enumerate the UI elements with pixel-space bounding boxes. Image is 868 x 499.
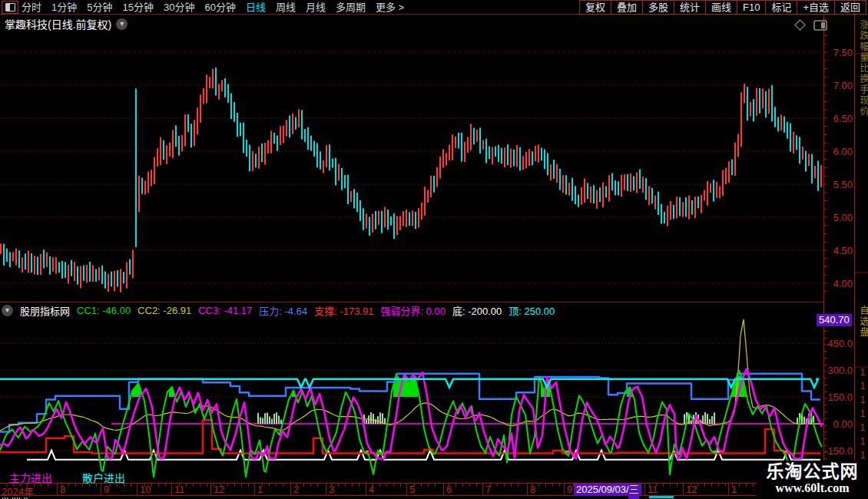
legend-retail: 散户进出 <box>82 470 125 485</box>
period-tab-3[interactable]: 15分钟 <box>122 1 153 14</box>
time-axis-label: 12 <box>686 484 697 495</box>
time-axis-label: 9 <box>567 484 572 495</box>
candlestick-and-indicator-chart[interactable] <box>0 0 868 499</box>
collapse-indicator-icon[interactable]: ▾ <box>2 305 13 316</box>
indicator-field-0: CC1: -46.00 <box>77 305 131 316</box>
price-axis-label: 5.50 <box>823 179 853 190</box>
period-tab-2[interactable]: 5分钟 <box>87 1 112 14</box>
indicator-field-6: 底: -200.00 <box>452 303 502 318</box>
time-axis-label: 2 <box>293 484 299 495</box>
indicator-field-1: CC2: -26.91 <box>137 305 191 316</box>
time-axis-label: 1 <box>731 484 737 495</box>
time-axis-label: 5 <box>409 484 415 495</box>
indicator-axis-label: 150.0 <box>823 392 853 403</box>
period-tab-1[interactable]: 1分钟 <box>51 1 77 14</box>
time-axis-label: 11 <box>174 484 185 495</box>
action-button-5[interactable]: F10 <box>737 0 766 15</box>
diamond-marker-icon[interactable] <box>794 19 806 31</box>
time-axis-label: 8 <box>60 484 65 495</box>
price-axis-label: 5.00 <box>823 212 853 223</box>
price-axis-label: 6.00 <box>823 146 853 157</box>
price-axis-label: 7.50 <box>823 47 853 58</box>
split-panel-icon <box>5 3 15 12</box>
top-toolbar: 分时1分钟5分钟15分钟30分钟60分钟日线周线月线多周期更多 > 复权叠加多股… <box>0 0 868 15</box>
time-axis-label: 3 <box>329 484 334 495</box>
price-axis-label: 4.00 <box>823 278 853 289</box>
action-button-4[interactable]: 画线 <box>705 0 737 15</box>
sidebar-strip-headers: 涨跌幅量比换手现价 <box>857 20 868 117</box>
candles <box>1 68 821 292</box>
watermark: 乐淘公式网 www.60lt.com <box>757 461 868 499</box>
sidebar-strip-cutoff: 涨跌幅量比换手现价 自选盘 1111111111 <box>855 0 868 499</box>
time-axis-label: 6 <box>446 484 452 495</box>
period-tab-6[interactable]: 日线 <box>246 1 266 14</box>
time-axis-label: 12 <box>214 484 224 495</box>
indicator-axis-label: 300.0 <box>823 365 853 376</box>
price-axis-label: 6.50 <box>823 113 853 124</box>
layout-toggle-button[interactable] <box>2 1 18 14</box>
indicator-axis-label: 0.00 <box>823 418 853 430</box>
indicator-axis-label: 450.0 <box>823 338 853 349</box>
chevron-down-icon[interactable]: ▾ <box>116 18 128 30</box>
period-tab-8[interactable]: 月线 <box>306 1 326 14</box>
indicator-field-3: 压力: -4.64 <box>259 303 307 318</box>
watermark-url: www.60lt.com <box>757 481 868 495</box>
time-axis-label: 1 <box>257 484 263 495</box>
indicator-value-badge: 540.70 <box>817 314 852 326</box>
period-tab-7[interactable]: 周线 <box>276 1 296 14</box>
period-tab-5[interactable]: 60分钟 <box>204 1 235 14</box>
indicator-axis-label: -150.0 <box>823 445 853 457</box>
price-axis-label: 4.50 <box>823 245 853 256</box>
action-button-6[interactable]: 标记 <box>765 0 797 15</box>
period-tab-0[interactable]: 分时 <box>22 1 41 14</box>
clipped-purple-badge <box>628 496 639 499</box>
indicator-name[interactable]: 股朋指标网 <box>20 303 70 318</box>
time-axis-label: 11 <box>648 484 658 495</box>
chart-corner-tools <box>794 19 827 31</box>
indicator-field-5: 强弱分界: 0.00 <box>380 303 446 318</box>
chart-title-row[interactable]: 掌趣科技(日线.前复权) ▾ <box>5 16 128 31</box>
clipped-next-panel-text: ||| |||| || <box>2 496 46 499</box>
action-button-3[interactable]: 统计 <box>674 0 706 15</box>
chart-title: 掌趣科技(日线.前复权) <box>5 16 111 31</box>
clipped-cyan-text <box>649 496 674 498</box>
period-tab-9[interactable]: 多周期 <box>336 1 366 14</box>
price-axis-label: 7.00 <box>823 80 853 91</box>
action-button-7[interactable]: +自选 <box>797 0 835 15</box>
maximize-panel-icon[interactable] <box>813 20 827 31</box>
legend-main-force: 主力进出 <box>9 470 52 485</box>
stock-app-window: { "toolbar": { "periods": ["分时","1分钟","5… <box>0 0 868 499</box>
period-tab-4[interactable]: 30分钟 <box>164 1 194 14</box>
time-axis-label: 9 <box>104 484 109 495</box>
current-date-badge: 2025/09/03/三 <box>574 484 641 496</box>
indicator-field-2: CC3: -41.17 <box>198 305 252 316</box>
indicator-header: ▾ 股朋指标网 CC1: -46.00CC2: -26.91CC3: -41.1… <box>2 303 555 318</box>
action-buttons: 复权叠加多股统计画线F10标记+自选返回 <box>580 0 866 15</box>
action-button-1[interactable]: 叠加 <box>611 0 643 15</box>
indicator-field-7: 顶: 250.00 <box>509 303 555 318</box>
action-button-2[interactable]: 多股 <box>642 0 674 15</box>
action-button-0[interactable]: 复权 <box>579 0 611 15</box>
time-axis-label: 8 <box>530 484 535 495</box>
watermark-site-name: 乐淘公式网 <box>757 461 868 481</box>
period-tabs: 分时1分钟5分钟15分钟30分钟60分钟日线周线月线多周期更多 > <box>22 1 404 14</box>
indicator-field-4: 支撑: -173.91 <box>314 303 373 318</box>
cc2-line <box>0 319 823 431</box>
period-tab-10[interactable]: 更多 > <box>376 1 404 14</box>
time-axis-label: 7 <box>485 484 491 495</box>
time-axis-label: 10 <box>140 484 151 495</box>
action-button-8[interactable]: 返回 <box>834 0 866 15</box>
time-axis-label: 4 <box>369 484 374 495</box>
sidebar-strip-mid: 自选盘 <box>857 306 868 338</box>
